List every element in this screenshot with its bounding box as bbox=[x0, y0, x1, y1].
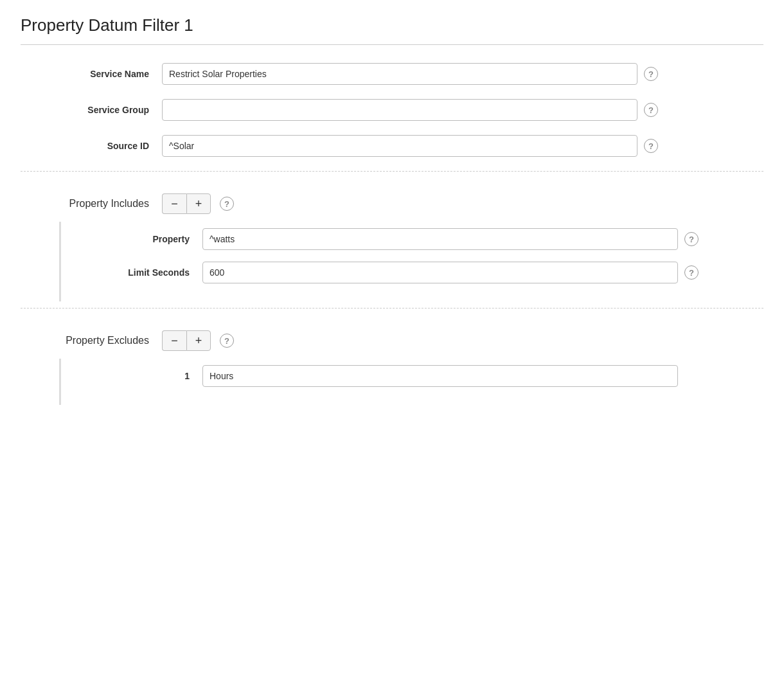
service-group-label: Service Group bbox=[33, 105, 162, 115]
property-excludes-label: Property Excludes bbox=[33, 335, 162, 346]
service-group-help-icon[interactable]: ? bbox=[644, 103, 658, 117]
property-excludes-section: 1 bbox=[59, 359, 763, 405]
service-group-row: Service Group ? bbox=[21, 99, 763, 121]
source-id-label: Source ID bbox=[33, 141, 162, 151]
source-id-input[interactable] bbox=[162, 135, 637, 157]
property-includes-header: Property Includes − + ? bbox=[21, 186, 763, 222]
property-excludes-header: Property Excludes − + ? bbox=[21, 323, 763, 359]
property-input[interactable] bbox=[202, 228, 678, 250]
property-includes-help-icon[interactable]: ? bbox=[220, 197, 234, 211]
property-excludes-fields: 1 bbox=[61, 359, 763, 405]
row-number-label: 1 bbox=[74, 371, 202, 381]
property-includes-minus-button[interactable]: − bbox=[162, 193, 186, 214]
property-label: Property bbox=[74, 234, 202, 244]
limit-seconds-row: Limit Seconds ? bbox=[61, 262, 763, 283]
service-name-row: Service Name ? bbox=[21, 63, 763, 85]
property-includes-plus-button[interactable]: + bbox=[186, 193, 211, 214]
service-name-input[interactable] bbox=[162, 63, 637, 85]
service-group-input[interactable] bbox=[162, 99, 637, 121]
property-includes-label: Property Includes bbox=[33, 198, 162, 210]
property-help-icon[interactable]: ? bbox=[684, 232, 699, 246]
property-excludes-minus-button[interactable]: − bbox=[162, 330, 186, 351]
property-includes-section: Property ? Limit Seconds ? bbox=[59, 222, 763, 301]
property-excludes-row-1: 1 bbox=[61, 365, 763, 387]
property-excludes-btn-group: − + bbox=[162, 330, 211, 351]
limit-seconds-input[interactable] bbox=[202, 262, 678, 283]
property-includes-btn-group: − + bbox=[162, 193, 211, 214]
service-name-label: Service Name bbox=[33, 69, 162, 79]
service-name-help-icon[interactable]: ? bbox=[644, 67, 658, 81]
property-excludes-input-1[interactable] bbox=[202, 365, 678, 387]
source-id-help-icon[interactable]: ? bbox=[644, 139, 658, 153]
page-title: Property Datum Filter 1 bbox=[21, 15, 763, 45]
limit-seconds-label: Limit Seconds bbox=[74, 267, 202, 278]
divider-1 bbox=[21, 171, 763, 172]
page-container: Property Datum Filter 1 Service Name ? S… bbox=[0, 0, 784, 420]
property-excludes-plus-button[interactable]: + bbox=[186, 330, 211, 351]
limit-seconds-help-icon[interactable]: ? bbox=[684, 265, 699, 280]
property-excludes-help-icon[interactable]: ? bbox=[220, 334, 234, 348]
property-includes-fields: Property ? Limit Seconds ? bbox=[61, 222, 763, 301]
divider-2 bbox=[21, 308, 763, 309]
property-row: Property ? bbox=[61, 228, 763, 250]
source-id-row: Source ID ? bbox=[21, 135, 763, 157]
